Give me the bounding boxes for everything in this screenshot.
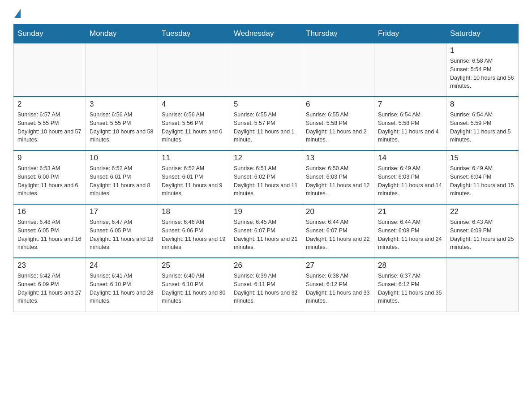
day-of-week-header: Thursday [302,25,374,43]
calendar-cell: 21Sunrise: 6:44 AMSunset: 6:08 PMDayligh… [374,204,446,258]
day-info: Sunrise: 6:58 AMSunset: 5:54 PMDaylight:… [450,57,515,90]
calendar-cell: 9Sunrise: 6:53 AMSunset: 6:00 PMDaylight… [14,150,86,204]
day-number: 2 [17,100,82,109]
calendar-cell: 8Sunrise: 6:54 AMSunset: 5:59 PMDaylight… [446,97,519,150]
day-number: 25 [162,261,226,270]
calendar-cell: 7Sunrise: 6:54 AMSunset: 5:58 PMDaylight… [374,97,446,150]
calendar-cell: 24Sunrise: 6:41 AMSunset: 6:10 PMDayligh… [86,258,158,312]
day-number: 5 [234,100,298,109]
calendar-cell: 28Sunrise: 6:37 AMSunset: 6:12 PMDayligh… [374,258,446,312]
calendar-cell: 6Sunrise: 6:55 AMSunset: 5:58 PMDaylight… [302,97,374,150]
day-info: Sunrise: 6:37 AMSunset: 6:12 PMDaylight:… [378,272,442,305]
day-info: Sunrise: 6:52 AMSunset: 6:01 PMDaylight:… [162,164,226,198]
day-info: Sunrise: 6:46 AMSunset: 6:06 PMDaylight:… [162,218,226,252]
day-number: 7 [378,100,442,109]
day-number: 12 [234,154,298,163]
day-of-week-header: Friday [374,25,446,43]
day-number: 16 [17,207,82,216]
calendar-cell [446,258,519,312]
day-number: 15 [450,154,515,163]
week-row: 16Sunrise: 6:48 AMSunset: 6:05 PMDayligh… [14,204,519,258]
day-number: 24 [90,261,154,270]
day-number: 1 [450,46,515,55]
calendar-cell: 13Sunrise: 6:50 AMSunset: 6:03 PMDayligh… [302,150,374,204]
day-number: 21 [378,207,442,216]
calendar-cell: 16Sunrise: 6:48 AMSunset: 6:05 PMDayligh… [14,204,86,258]
day-number: 20 [306,207,370,216]
calendar-cell: 5Sunrise: 6:55 AMSunset: 5:57 PMDaylight… [230,97,302,150]
calendar-cell [86,43,158,97]
day-info: Sunrise: 6:54 AMSunset: 5:59 PMDaylight:… [450,111,515,144]
calendar-header-row: SundayMondayTuesdayWednesdayThursdayFrid… [14,25,519,43]
calendar-cell: 1Sunrise: 6:58 AMSunset: 5:54 PMDaylight… [446,43,519,97]
day-number: 10 [90,154,154,163]
week-row: 23Sunrise: 6:42 AMSunset: 6:09 PMDayligh… [14,258,519,312]
day-number: 22 [450,207,515,216]
day-info: Sunrise: 6:40 AMSunset: 6:10 PMDaylight:… [162,272,226,305]
calendar-cell: 22Sunrise: 6:43 AMSunset: 6:09 PMDayligh… [446,204,519,258]
day-number: 6 [306,100,370,109]
week-row: 9Sunrise: 6:53 AMSunset: 6:00 PMDaylight… [14,150,519,204]
page-header [13,9,519,15]
day-number: 18 [162,207,226,216]
calendar-cell: 19Sunrise: 6:45 AMSunset: 6:07 PMDayligh… [230,204,302,258]
day-info: Sunrise: 6:44 AMSunset: 6:07 PMDaylight:… [306,218,370,252]
calendar-cell: 12Sunrise: 6:51 AMSunset: 6:02 PMDayligh… [230,150,302,204]
day-info: Sunrise: 6:56 AMSunset: 5:55 PMDaylight:… [90,111,154,144]
day-info: Sunrise: 6:52 AMSunset: 6:01 PMDaylight:… [90,164,154,198]
calendar-cell: 2Sunrise: 6:57 AMSunset: 5:55 PMDaylight… [14,97,86,150]
day-number: 3 [90,100,154,109]
day-info: Sunrise: 6:53 AMSunset: 6:00 PMDaylight:… [17,164,82,198]
day-number: 14 [378,154,442,163]
day-number: 27 [306,261,370,270]
day-number: 23 [17,261,82,270]
day-info: Sunrise: 6:45 AMSunset: 6:07 PMDaylight:… [234,218,298,252]
day-info: Sunrise: 6:55 AMSunset: 5:57 PMDaylight:… [234,111,298,144]
day-of-week-header: Monday [86,25,158,43]
day-info: Sunrise: 6:41 AMSunset: 6:10 PMDaylight:… [90,272,154,305]
day-info: Sunrise: 6:38 AMSunset: 6:12 PMDaylight:… [306,272,370,305]
day-number: 8 [450,100,515,109]
day-info: Sunrise: 6:56 AMSunset: 5:56 PMDaylight:… [162,111,226,144]
day-of-week-header: Sunday [14,25,86,43]
day-info: Sunrise: 6:55 AMSunset: 5:58 PMDaylight:… [306,111,370,144]
day-number: 9 [17,154,82,163]
day-number: 26 [234,261,298,270]
day-info: Sunrise: 6:44 AMSunset: 6:08 PMDaylight:… [378,218,442,252]
day-info: Sunrise: 6:43 AMSunset: 6:09 PMDaylight:… [450,218,515,252]
calendar-cell: 26Sunrise: 6:39 AMSunset: 6:11 PMDayligh… [230,258,302,312]
day-info: Sunrise: 6:39 AMSunset: 6:11 PMDaylight:… [234,272,298,305]
calendar-cell: 3Sunrise: 6:56 AMSunset: 5:55 PMDaylight… [86,97,158,150]
day-number: 28 [378,261,442,270]
week-row: 1Sunrise: 6:58 AMSunset: 5:54 PMDaylight… [14,43,519,97]
day-info: Sunrise: 6:47 AMSunset: 6:05 PMDaylight:… [90,218,154,252]
day-number: 11 [162,154,226,163]
calendar-cell: 4Sunrise: 6:56 AMSunset: 5:56 PMDaylight… [158,97,230,150]
day-number: 13 [306,154,370,163]
calendar-table: SundayMondayTuesdayWednesdayThursdayFrid… [13,24,519,312]
day-number: 17 [90,207,154,216]
day-info: Sunrise: 6:48 AMSunset: 6:05 PMDaylight:… [17,218,82,252]
calendar-cell [230,43,302,97]
day-of-week-header: Saturday [446,25,519,43]
calendar-cell [14,43,86,97]
calendar-cell [302,43,374,97]
day-of-week-header: Wednesday [230,25,302,43]
calendar-cell: 14Sunrise: 6:49 AMSunset: 6:03 PMDayligh… [374,150,446,204]
logo-triangle-icon [14,9,21,18]
day-number: 19 [234,207,298,216]
calendar-cell: 25Sunrise: 6:40 AMSunset: 6:10 PMDayligh… [158,258,230,312]
day-info: Sunrise: 6:49 AMSunset: 6:04 PMDaylight:… [450,164,515,198]
day-info: Sunrise: 6:54 AMSunset: 5:58 PMDaylight:… [378,111,442,144]
calendar-cell: 27Sunrise: 6:38 AMSunset: 6:12 PMDayligh… [302,258,374,312]
logo [13,9,21,15]
calendar-cell: 17Sunrise: 6:47 AMSunset: 6:05 PMDayligh… [86,204,158,258]
calendar-cell: 11Sunrise: 6:52 AMSunset: 6:01 PMDayligh… [158,150,230,204]
day-info: Sunrise: 6:42 AMSunset: 6:09 PMDaylight:… [17,272,82,305]
day-info: Sunrise: 6:51 AMSunset: 6:02 PMDaylight:… [234,164,298,198]
day-info: Sunrise: 6:57 AMSunset: 5:55 PMDaylight:… [17,111,82,144]
calendar-cell [374,43,446,97]
calendar-cell [158,43,230,97]
calendar-cell: 20Sunrise: 6:44 AMSunset: 6:07 PMDayligh… [302,204,374,258]
day-number: 4 [162,100,226,109]
